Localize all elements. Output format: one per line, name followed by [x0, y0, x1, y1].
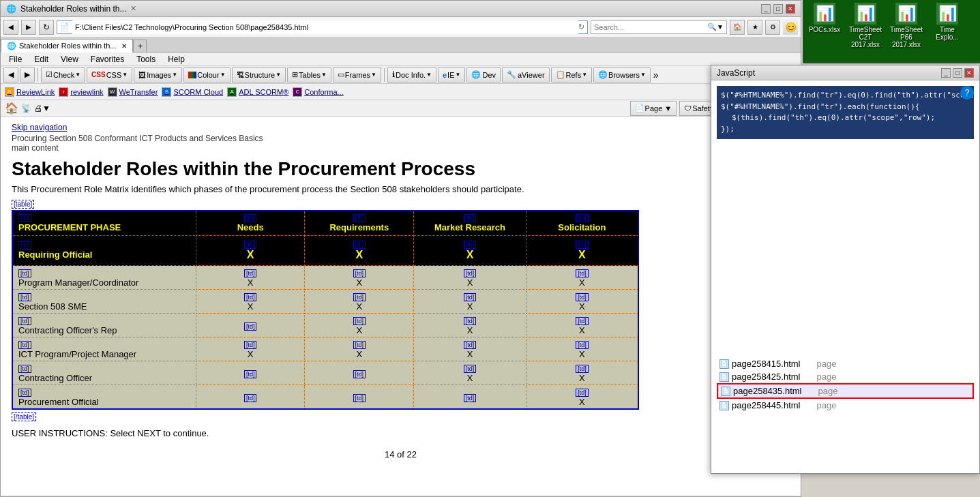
images-dropdown-arrow: ▼	[172, 72, 177, 78]
doc-info-icon: ℹ	[392, 70, 395, 79]
search-dropdown-button[interactable]: ▼	[717, 23, 724, 31]
ie-btn[interactable]: e IE ▼	[438, 67, 465, 82]
js-panel-close[interactable]: ✕	[964, 68, 974, 78]
home-icon[interactable]: 🏠	[5, 102, 18, 115]
requiring-solicitation-badge: [th] X	[532, 241, 632, 261]
restore-button[interactable]: □	[773, 4, 783, 14]
js-code-line2: $("#%HTMLNAME%").find("tr").each(functio…	[721, 102, 970, 113]
table-end-badge: [/table]	[12, 412, 36, 421]
td-badge-needs: [td]	[244, 394, 257, 402]
js-panel-help-icon[interactable]: ?	[960, 86, 974, 100]
we-transfer-btn[interactable]: W WeTransfer	[108, 87, 158, 97]
browsers-label: Browsers	[608, 71, 640, 79]
adl-scorm-label: ADL SCORM®	[239, 88, 288, 96]
colour-btn[interactable]: Colour ▼	[183, 67, 230, 82]
file-item-258435[interactable]: 📄 page258435.html page	[717, 383, 974, 399]
desktop-icon-timesheet2[interactable]: 📊 TimeSheet P66 2017.xlsx	[887, 3, 925, 48]
menu-edit[interactable]: Edit	[29, 53, 54, 65]
file-item-258415[interactable]: 📄 page258415.html page	[717, 357, 974, 370]
refresh-icon[interactable]: ↻	[578, 22, 584, 31]
browsers-btn[interactable]: 🌐 Browsers ▼	[593, 67, 651, 82]
close-button[interactable]: ✕	[786, 4, 795, 14]
images-btn[interactable]: 🖼 Images ▼	[134, 67, 182, 82]
desktop-icon-timesheet1[interactable]: 📊 TimeSheet C2T 2017.xlsx	[846, 3, 885, 48]
desktop-icon-pocs[interactable]: 📊 POCs.xlsx	[805, 3, 844, 33]
adl-scorm-btn[interactable]: A ADL SCORM®	[227, 87, 288, 97]
colour-label: Colour	[197, 71, 219, 79]
row-0-requirements-cell: [td]X	[305, 266, 414, 290]
address-icon: 📄	[60, 22, 70, 31]
reviewlink2-btn[interactable]: r reviewlink	[59, 87, 103, 97]
refresh-button[interactable]: ↻	[39, 20, 54, 35]
user-instructions: USER INSTRUCTIONS: Select NEXT to contin…	[12, 428, 790, 438]
desktop-icon-time-explo[interactable]: 📊 Time Explo...	[928, 3, 966, 41]
val-1-needs: X	[248, 301, 254, 312]
menu-file[interactable]: File	[3, 53, 27, 65]
minimize-button[interactable]: _	[761, 4, 771, 14]
search-input[interactable]	[594, 23, 707, 31]
js-file-list: 📄 page258415.html page 📄 page258425.html…	[717, 357, 974, 412]
th-badge-market-research: [th]	[464, 214, 477, 222]
timesheet1-icon: 📊	[855, 3, 876, 25]
menu-help[interactable]: Help	[162, 53, 190, 65]
print-dropdown-btn[interactable]: 🖨▼	[34, 104, 50, 113]
val-2-requirements: X	[356, 325, 362, 335]
we-transfer-icon: W	[108, 87, 117, 97]
conforma-btn[interactable]: C Conforma...	[293, 87, 343, 97]
forward-toolbar-btn[interactable]: ▶	[20, 67, 35, 82]
page-btn[interactable]: 📄 Page ▼	[630, 101, 677, 116]
requiring-needs-badge: [th] X	[202, 241, 299, 261]
back-toolbar-btn[interactable]: ◀	[3, 67, 18, 82]
review-link-btn[interactable]: R ReviewLink	[5, 87, 55, 97]
doc-info-btn[interactable]: ℹ Doc Info. ▼	[387, 67, 436, 82]
structure-btn[interactable]: 🏗 Structure ▼	[232, 67, 286, 82]
tables-dropdown-arrow: ▼	[321, 72, 327, 78]
file-item-258425[interactable]: 📄 page258425.html page	[717, 370, 974, 383]
forward-button[interactable]: ▶	[21, 20, 36, 35]
th-badge-needs: [th]	[244, 214, 257, 222]
more-toolbar-btn[interactable]: »	[653, 70, 659, 80]
js-panel-restore[interactable]: □	[953, 68, 962, 78]
tab-favicon: 🌐	[7, 42, 16, 50]
skip-nav-link[interactable]: Skip navigation	[12, 123, 67, 132]
th-badge-req-req: [th]	[353, 241, 366, 249]
active-tab[interactable]: 🌐 Stakeholder Roles within th... ✕	[1, 39, 133, 52]
file-icon-258425: 📄	[719, 372, 729, 382]
td-badge-needs: [td]	[244, 370, 257, 378]
dev-btn[interactable]: 🌐 Dev	[466, 67, 501, 82]
check-btn[interactable]: ☑ Check ▼	[41, 67, 85, 82]
browsers-icon: 🌐	[598, 70, 608, 79]
row-name-3: ICT Program/Project Manager	[18, 349, 136, 359]
favorites-star-button[interactable]: ★	[747, 20, 762, 35]
menu-tools[interactable]: Tools	[131, 53, 161, 65]
frames-btn[interactable]: ▭ Frames ▼	[333, 67, 381, 82]
address-bar-container: 📄 ↻	[57, 20, 588, 34]
requiring-needs-cell: [th] X	[196, 236, 305, 266]
menu-favorites[interactable]: Favorites	[85, 53, 130, 65]
address-input[interactable]	[72, 20, 578, 34]
smiley-button[interactable]: 😊	[783, 20, 798, 35]
td-badge-requirements: [td]	[353, 370, 366, 378]
back-button[interactable]: ◀	[3, 20, 18, 35]
menu-bar: File Edit View Favorites Tools Help	[1, 52, 801, 66]
css-btn[interactable]: CSS CSS ▼	[87, 67, 132, 82]
tables-btn[interactable]: ⊞ Tables ▼	[287, 67, 331, 82]
menu-view[interactable]: View	[55, 53, 84, 65]
settings-button[interactable]: ⚙	[765, 20, 780, 35]
aviewer-btn[interactable]: 🔧 aViewer	[502, 67, 550, 82]
rss-icon[interactable]: 📡	[21, 104, 31, 113]
row-4-market_research-cell: [td]X	[414, 361, 526, 385]
requiring-market-cell: [th] X	[414, 236, 526, 266]
check-dropdown-arrow: ▼	[75, 72, 80, 78]
tab-close-icon[interactable]: ✕	[121, 42, 127, 50]
home-button[interactable]: 🏠	[730, 20, 745, 35]
scorm-cloud-btn[interactable]: S SCORM Cloud	[162, 87, 223, 97]
js-panel-minimize[interactable]: _	[941, 68, 951, 78]
refs-btn[interactable]: 📋 Refs ▼	[551, 67, 593, 82]
we-transfer-label: WeTransfer	[119, 88, 158, 96]
file-label-258425: page258425.html	[732, 372, 800, 382]
css-dropdown-arrow: ▼	[122, 72, 128, 78]
file-item-258445[interactable]: 📄 page258445.html page	[717, 399, 974, 412]
browser-title: Stakeholder Roles within th...	[20, 4, 126, 14]
new-tab-button[interactable]: +	[133, 40, 147, 52]
